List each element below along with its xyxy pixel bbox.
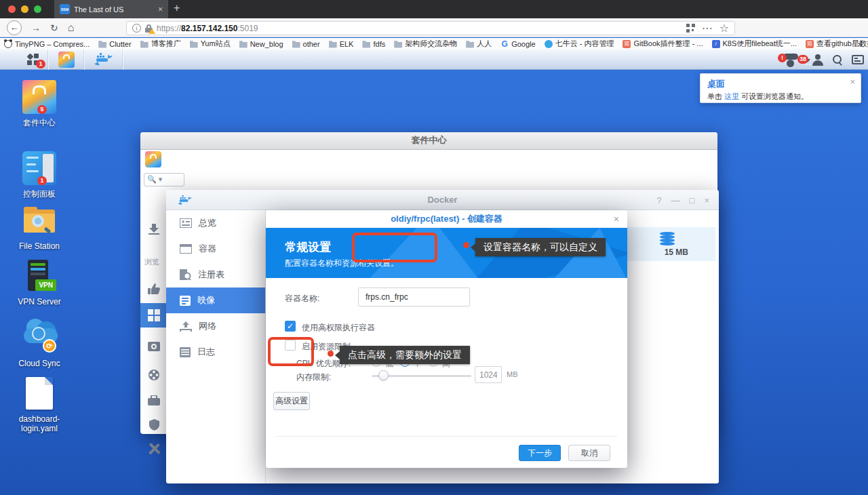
network-icon bbox=[180, 321, 192, 332]
package-center-task-button[interactable] bbox=[49, 50, 85, 70]
toast-close-icon[interactable]: × bbox=[850, 77, 855, 87]
icon-badge: 5 bbox=[37, 105, 47, 114]
dialog-close-icon[interactable]: × bbox=[614, 210, 619, 228]
bookmark-item[interactable]: GGoogle bbox=[500, 40, 535, 48]
widgets-icon[interactable] bbox=[852, 55, 864, 64]
pkg-utilities-item[interactable] bbox=[140, 437, 167, 460]
annotation-dot bbox=[463, 242, 469, 248]
dialog-header[interactable]: oldiy/frpc(latest) - 创建容器 × bbox=[266, 210, 627, 228]
bookmark-item[interactable]: 简GitBook插件整理 - ... bbox=[623, 39, 703, 49]
pkg-installed-item[interactable] bbox=[140, 218, 167, 241]
container-name-input[interactable] bbox=[358, 288, 470, 306]
sidebar-item-overview[interactable]: 总览 bbox=[166, 210, 265, 236]
maximize-icon[interactable]: □ bbox=[690, 195, 695, 205]
annotation-tooltip-name: 设置容器名称，可以自定义 bbox=[475, 238, 606, 256]
macos-minimize-button[interactable] bbox=[21, 5, 28, 13]
desktop-icon-file-station[interactable]: File Station bbox=[7, 204, 72, 251]
package-search-input[interactable]: 🔍 ▾ bbox=[144, 173, 184, 186]
back-icon[interactable]: ← bbox=[7, 20, 22, 35]
package-center-window-title[interactable]: 套件中心 bbox=[140, 132, 717, 150]
close-icon[interactable]: × bbox=[704, 195, 709, 205]
browser-notification-toast: 桌面 单击 这里 可设置浏览器通知。 × bbox=[700, 73, 861, 103]
google-icon: G bbox=[500, 40, 509, 48]
advanced-settings-button[interactable]: 高级设置 bbox=[273, 392, 310, 410]
desktop-icon-vpn-server[interactable]: VPN VPN Server bbox=[7, 260, 72, 306]
banner-title: 常规设置 bbox=[285, 239, 331, 255]
bookmark-item[interactable]: Yum站点 bbox=[190, 39, 231, 49]
bookmark-item[interactable]: New_blog bbox=[239, 40, 283, 48]
browser-titlebar: DSM The Last of US × + bbox=[0, 0, 868, 18]
insecure-lock-icon[interactable] bbox=[145, 24, 153, 33]
help-icon[interactable]: ? bbox=[656, 195, 661, 205]
thumbs-up-icon bbox=[148, 283, 160, 294]
sync-arrows-icon: ⟳ bbox=[43, 339, 56, 353]
toast-link[interactable]: 这里 bbox=[724, 92, 739, 100]
macos-close-button[interactable] bbox=[8, 5, 16, 13]
bookmarks-overflow-icon[interactable]: » bbox=[858, 39, 863, 49]
sidebar-item-container[interactable]: 容器 bbox=[166, 236, 265, 262]
sidebar-item-registry[interactable]: 注册表 bbox=[166, 262, 265, 288]
tab-close-icon[interactable]: × bbox=[158, 5, 163, 14]
user-account-icon[interactable] bbox=[812, 54, 823, 65]
folder-icon bbox=[394, 40, 402, 48]
bookmark-item[interactable]: 人人 bbox=[466, 39, 492, 49]
pkg-multimedia-item[interactable] bbox=[140, 363, 167, 387]
grid-icon bbox=[148, 309, 160, 321]
url-text: https://82.157.142.150:5019 bbox=[157, 24, 682, 33]
main-menu-button[interactable]: 1 bbox=[18, 50, 49, 70]
desktop-icon-yaml-file[interactable]: dashboard-login.yaml bbox=[7, 377, 72, 433]
qr-code-icon[interactable] bbox=[686, 24, 695, 33]
sidebar-item-log[interactable]: 日志 bbox=[166, 339, 265, 365]
desktop-icon-package-center[interactable]: 5 套件中心 bbox=[7, 80, 72, 129]
bookmark-item[interactable]: TinyPNG – Compres... bbox=[4, 40, 90, 48]
pkg-recommended-item[interactable] bbox=[140, 277, 167, 300]
bookmark-item[interactable]: Clutter bbox=[98, 40, 131, 48]
memory-limit-input[interactable] bbox=[475, 366, 502, 383]
tools-icon bbox=[149, 443, 160, 454]
pkg-business-item[interactable] bbox=[140, 389, 167, 412]
bookmark-item[interactable]: 博客推广 bbox=[140, 39, 181, 49]
bookmark-item[interactable]: 架构师交流杂物 bbox=[394, 39, 457, 49]
forward-icon[interactable]: → bbox=[31, 22, 41, 33]
desktop-icon-control-panel[interactable]: 1 控制面板 bbox=[7, 151, 72, 200]
docker-task-button[interactable] bbox=[85, 50, 123, 70]
bookmark-item[interactable]: 七牛云 - 内容管理 bbox=[545, 39, 614, 49]
browser-tab[interactable]: DSM The Last of US × bbox=[54, 0, 168, 18]
macos-zoom-button[interactable] bbox=[34, 5, 41, 13]
home-icon[interactable]: ⌂ bbox=[68, 22, 75, 34]
bookmark-star-icon[interactable]: ☆ bbox=[719, 22, 729, 35]
page-actions-icon[interactable]: ⋯ bbox=[702, 22, 713, 35]
cancel-button[interactable]: 取消 bbox=[568, 445, 610, 461]
privileged-checkbox[interactable]: ✓ bbox=[285, 321, 296, 332]
dsm-desktop: 1 ! bbox=[0, 50, 868, 495]
taskbar-search-icon[interactable] bbox=[833, 55, 842, 64]
privileged-label: 使用高权限执行容器 bbox=[302, 322, 375, 334]
docker-titlebar[interactable]: Docker ? — □ × bbox=[166, 190, 719, 210]
next-button[interactable]: 下一步 bbox=[519, 445, 561, 461]
bookmark-item[interactable]: other bbox=[292, 40, 320, 48]
overview-icon bbox=[180, 218, 192, 228]
sidebar-item-network[interactable]: 网络 bbox=[166, 313, 265, 339]
pkg-security-item[interactable] bbox=[140, 413, 167, 436]
dsm-taskbar: 1 ! bbox=[0, 50, 868, 70]
bookmark-item[interactable]: /K8S使用filebeat统一... bbox=[712, 39, 797, 49]
main-menu-badge: 1 bbox=[36, 60, 45, 68]
url-bar[interactable]: i https://82.157.142.150:5019 ⋯ ☆ bbox=[126, 21, 735, 35]
sidebar-item-image-selected[interactable]: 映像 bbox=[166, 288, 265, 313]
desktop-icon-cloud-sync[interactable]: ⟳ Cloud Sync bbox=[7, 316, 72, 368]
minimize-icon[interactable]: — bbox=[671, 195, 680, 205]
shield-icon bbox=[149, 419, 159, 431]
bookmark-item[interactable]: fdfs bbox=[362, 40, 385, 48]
qiniu-icon bbox=[545, 40, 553, 48]
reload-icon[interactable]: ↻ bbox=[50, 22, 58, 33]
new-tab-button[interactable]: + bbox=[174, 2, 180, 14]
bookmark-item[interactable]: ELK bbox=[329, 40, 354, 48]
package-center-sidebar: 🔍 ▾ 浏览 bbox=[140, 150, 167, 434]
memory-slider-handle[interactable] bbox=[378, 370, 389, 380]
package-center-app-icon bbox=[145, 151, 161, 167]
pkg-backup-item[interactable] bbox=[140, 334, 167, 357]
page-info-icon[interactable]: i bbox=[132, 24, 141, 33]
backup-icon bbox=[148, 340, 160, 351]
annotation-tooltip-advanced: 点击高级，需要额外的设置 bbox=[340, 346, 470, 364]
pkg-all-item-selected[interactable] bbox=[140, 303, 167, 328]
